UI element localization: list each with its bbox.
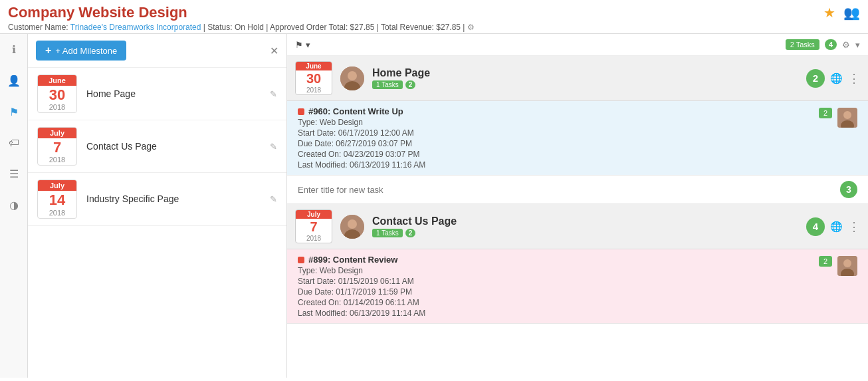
task-count-badge-960: 2: [819, 108, 832, 118]
date-month: June: [38, 75, 76, 86]
date-box-industry: July 14 2018: [37, 180, 77, 218]
close-panel-icon[interactable]: ✕: [270, 45, 278, 57]
nav-tag-icon[interactable]: 🏷: [5, 133, 23, 153]
milestone-title-home: Home Page: [372, 67, 798, 79]
tasks-label-badge-contact: 1 Tasks: [372, 229, 403, 237]
page-title: Company Website Design: [8, 4, 187, 21]
date-day: 30: [42, 87, 72, 103]
nav-flag-icon[interactable]: ⚑: [5, 102, 23, 122]
mh-year: 2018: [299, 86, 328, 94]
milestone-edit-icon-contact[interactable]: ✎: [270, 142, 277, 152]
milestone-item-industry: July 14 2018 Industry Specific Page ✎: [28, 173, 286, 225]
new-task-row-home: 3: [287, 176, 868, 204]
star-icon[interactable]: ★: [823, 5, 835, 21]
task-avatar-960: [837, 108, 857, 128]
settings-gear-icon[interactable]: ⚙: [467, 23, 475, 32]
date-box-home: June 30 2018: [37, 74, 77, 113]
milestone-name-home: Home Page: [86, 88, 261, 99]
flag-chevron-icon: ▾: [306, 40, 310, 50]
task-modified-960: Last Modified: 06/13/2019 11:16 AM: [298, 160, 425, 170]
milestone-name-industry: Industry Specific Page: [86, 193, 261, 204]
more-menu-icon-home[interactable]: ⋮: [848, 71, 860, 86]
flag-icon: ⚑: [295, 40, 303, 50]
svg-point-4: [843, 111, 851, 119]
milestone-section-contact: July 7 2018 Contact Us Page 1 Tasks 2: [287, 204, 868, 324]
more-menu-icon-contact[interactable]: ⋮: [848, 219, 860, 234]
task-row-960: #960: Content Write Up Type: Web Design …: [287, 101, 868, 176]
customer-name-link[interactable]: Trinadee's Dreamworks Incorporated: [70, 23, 201, 32]
milestone-tasks-row-contact: 1 Tasks 2: [372, 229, 798, 237]
milestone-section-home: June 30 2018 Home Page 1 Tasks 2: [287, 56, 868, 204]
right-toolbar-right: 2 Tasks 4 ⚙ ▾: [786, 39, 860, 50]
tasks-count-badge-home: 2: [405, 80, 416, 89]
task-due-899: Due Date: 01/17/2019 11:59 PM: [298, 287, 425, 297]
milestone-avatar-contact: [340, 215, 364, 239]
milestone-section-header-home: June 30 2018 Home Page 1 Tasks 2: [287, 56, 868, 101]
task-type-960: Type: Web Design: [298, 118, 425, 127]
header-meta: Customer Name: Trinadee's Dreamworks Inc…: [8, 23, 860, 32]
task-avatar-899: [837, 256, 857, 276]
mh-year-contact: 2018: [299, 235, 328, 242]
right-panel: ⚑ ▾ 2 Tasks 4 ⚙ ▾ June 30 2018: [287, 34, 868, 378]
milestone-header-right-contact: 4 🌐 ⋮: [806, 217, 860, 236]
nav-user-icon[interactable]: 👤: [3, 70, 25, 91]
task-title-960: #960: Content Write Up: [298, 106, 425, 116]
globe-icon-contact[interactable]: 🌐: [830, 221, 843, 233]
new-task-input-home[interactable]: [298, 185, 835, 195]
nav-chart-icon[interactable]: ◑: [5, 195, 23, 215]
milestone-header-info-contact: Contact Us Page 1 Tasks 2: [372, 215, 798, 237]
milestone-name-contact: Contact Us Page: [86, 141, 261, 152]
mh-day-contact: 7: [299, 219, 328, 235]
task-start-960: Start Date: 06/17/2019 12:00 AM: [298, 128, 425, 138]
task-created-960: Created On: 04/23/2019 03:07 PM: [298, 150, 425, 159]
flag-filter-button[interactable]: ⚑ ▾: [295, 40, 310, 50]
add-milestone-label: + Add Milestone: [55, 46, 117, 56]
plus-icon: +: [45, 45, 51, 57]
milestone-num-badge-home: 2: [806, 69, 825, 88]
mh-month-contact: July: [296, 210, 332, 219]
task-status-indicator: [298, 108, 304, 115]
nav-info-icon[interactable]: ℹ: [8, 39, 20, 60]
date-year: 2018: [42, 156, 72, 164]
tasks-count-badge-contact: 2: [405, 229, 416, 237]
milestone-edit-icon-industry[interactable]: ✎: [270, 194, 277, 204]
milestone-section-header-contact: July 7 2018 Contact Us Page 1 Tasks 2: [287, 204, 868, 249]
tasks-count-badge: 4: [825, 39, 837, 50]
globe-icon-home[interactable]: 🌐: [830, 72, 843, 84]
task-row-899: #899: Content Review Type: Web Design St…: [287, 249, 868, 324]
tasks-label-badge-home: 1 Tasks: [372, 80, 403, 89]
add-milestone-button[interactable]: + + Add Milestone: [36, 41, 126, 61]
right-chevron-icon[interactable]: ▾: [855, 40, 860, 50]
task-status-indicator-899: [298, 257, 304, 263]
milestone-tasks-row-home: 1 Tasks 2: [372, 80, 798, 89]
tasks-badge: 2 Tasks: [786, 39, 819, 50]
milestone-avatar-home: [340, 66, 364, 90]
date-year: 2018: [42, 103, 72, 111]
task-due-960: Due Date: 06/27/2019 03:07 PM: [298, 139, 425, 148]
nav-list-icon[interactable]: ☰: [5, 164, 23, 184]
task-created-899: Created On: 01/14/2019 06:11 AM: [298, 298, 425, 307]
mh-day: 30: [299, 71, 328, 86]
mh-month: June: [296, 62, 332, 70]
page-header: Company Website Design ★ 👥 Customer Name…: [0, 0, 868, 34]
task-modified-899: Last Modified: 06/13/2019 11:14 AM: [298, 309, 425, 318]
date-day: 7: [42, 140, 72, 156]
milestone-edit-icon-home[interactable]: ✎: [270, 89, 277, 99]
right-panel-toolbar: ⚑ ▾ 2 Tasks 4 ⚙ ▾: [287, 34, 868, 56]
task-title-899: #899: Content Review: [298, 255, 425, 265]
left-panel-toolbar: + + Add Milestone ✕: [28, 34, 286, 68]
icon-sidebar: ℹ 👤 ⚑ 🏷 ☰ ◑: [0, 34, 28, 378]
milestone-header-date-contact: July 7 2018: [295, 209, 332, 243]
task-type-899: Type: Web Design: [298, 266, 425, 275]
group-icon[interactable]: 👥: [843, 5, 860, 21]
milestone-num-badge-contact: 4: [806, 217, 825, 236]
milestone-title-contact: Contact Us Page: [372, 215, 798, 227]
task-start-899: Start Date: 01/15/2019 06:11 AM: [298, 277, 425, 286]
right-settings-icon[interactable]: ⚙: [842, 40, 850, 50]
date-box-contact: July 7 2018: [37, 127, 77, 166]
date-day: 14: [42, 192, 72, 208]
milestone-item-contact: July 7 2018 Contact Us Page ✎: [28, 120, 286, 173]
milestone-header-date-home: June 30 2018: [295, 61, 332, 95]
milestone-header-right-home: 2 🌐 ⋮: [806, 69, 860, 88]
new-task-badge-home: 3: [840, 181, 857, 198]
